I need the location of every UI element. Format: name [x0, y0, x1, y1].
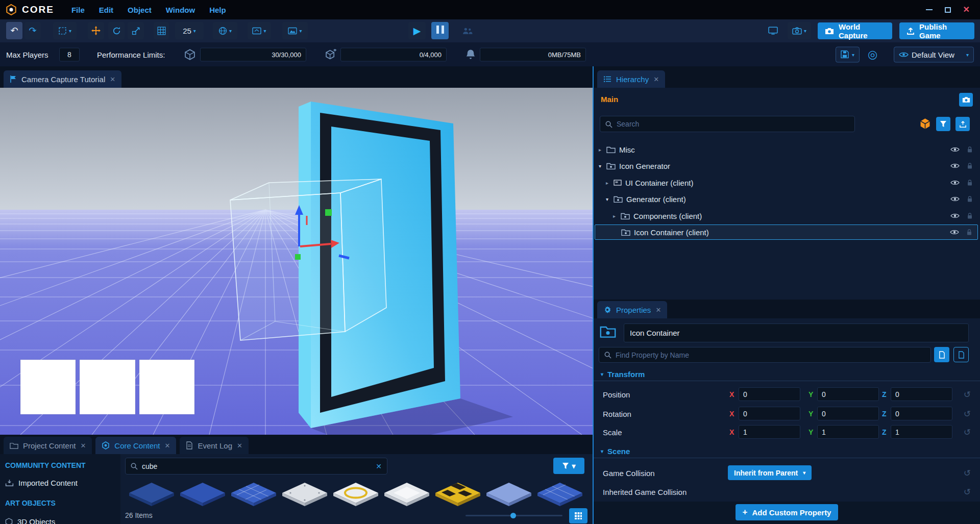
- default-view-dropdown[interactable]: Default View ▾: [894, 46, 974, 62]
- publish-game-button[interactable]: Publish Game: [899, 22, 974, 39]
- restore-button[interactable]: [945, 7, 951, 13]
- section-collapse-icon[interactable]: ▾: [601, 371, 603, 377]
- close-icon[interactable]: ✕: [110, 76, 115, 83]
- hierarchy-row-icon-generator[interactable]: ▾ Icon Generator: [595, 158, 978, 173]
- object-name-input[interactable]: [624, 323, 969, 342]
- visibility-eye-icon[interactable]: [950, 213, 960, 219]
- property-search[interactable]: [599, 347, 931, 363]
- scale-tool-button[interactable]: [128, 22, 144, 39]
- section-transform[interactable]: ▾ Transform: [594, 367, 980, 381]
- asset-thumbnail[interactable]: [434, 479, 481, 507]
- community-content-header[interactable]: COMMUNITY CONTENT: [5, 461, 86, 469]
- scale-y-input[interactable]: [817, 425, 879, 439]
- expand-collapsed-icon[interactable]: ▸: [599, 147, 606, 153]
- lock-icon[interactable]: [967, 212, 973, 219]
- selection-mode-dropdown[interactable]: ▾: [53, 22, 77, 39]
- tab-camera-capture-tutorial[interactable]: Camera Capture Tutorial ✕: [4, 70, 121, 88]
- hierarchy-row-components[interactable]: ▸ Components (client): [595, 208, 978, 223]
- asset-thumbnail[interactable]: [281, 479, 328, 507]
- expand-expanded-icon[interactable]: ▾: [606, 196, 614, 202]
- world-capture-button[interactable]: World Capture: [818, 22, 892, 39]
- lock-icon[interactable]: [966, 229, 972, 236]
- viewport-3d-scene[interactable]: [0, 88, 593, 435]
- asset-thumbnail[interactable]: [383, 479, 430, 507]
- add-custom-property-button[interactable]: + Add Custom Property: [736, 504, 839, 520]
- hierarchy-search[interactable]: [600, 116, 855, 132]
- asset-thumbnail[interactable]: [485, 479, 532, 507]
- menu-window[interactable]: Window: [159, 6, 202, 14]
- expand-collapsed-icon[interactable]: ▸: [613, 213, 621, 219]
- asset-thumbnail[interactable]: [332, 479, 379, 507]
- close-icon[interactable]: ✕: [655, 306, 661, 314]
- reset-icon[interactable]: ↺: [964, 468, 971, 479]
- visibility-eye-icon[interactable]: [950, 180, 960, 186]
- close-icon[interactable]: ✕: [165, 442, 170, 450]
- section-scene[interactable]: ▾ Scene: [594, 444, 980, 458]
- max-players-input[interactable]: [59, 47, 80, 61]
- scene-root-label[interactable]: Main: [601, 95, 618, 104]
- play-button[interactable]: ▶: [408, 22, 426, 39]
- menu-file[interactable]: File: [64, 6, 92, 14]
- thumbnail-size-slider[interactable]: [465, 515, 562, 516]
- move-tool-button[interactable]: [88, 22, 104, 39]
- snap-size-dropdown[interactable]: 25 ▾: [175, 22, 204, 39]
- multiplayer-preview-button[interactable]: [458, 22, 476, 39]
- position-x-input[interactable]: [739, 387, 800, 401]
- tab-properties[interactable]: Properties ✕: [597, 301, 667, 318]
- asset-thumbnail[interactable]: [179, 479, 226, 507]
- hierarchy-search-input[interactable]: [612, 120, 854, 128]
- hierarchy-row-generator[interactable]: ▾ Generator (client): [595, 191, 978, 207]
- reset-icon[interactable]: ↺: [964, 427, 971, 438]
- expand-expanded-icon[interactable]: ▾: [599, 163, 606, 169]
- menu-help[interactable]: Help: [202, 6, 233, 14]
- sidebar-item-3d-objects[interactable]: 3D Objects: [5, 517, 117, 524]
- lock-icon[interactable]: [967, 146, 973, 153]
- hierarchy-export-button[interactable]: [955, 117, 970, 131]
- terrain-dropdown[interactable]: ▾: [282, 22, 308, 39]
- asset-thumbnail[interactable]: [230, 479, 277, 507]
- visibility-eye-icon[interactable]: [950, 196, 960, 202]
- tab-core-content[interactable]: Core Content ✕: [95, 437, 176, 454]
- clear-search-icon[interactable]: ✕: [376, 462, 382, 470]
- reset-icon[interactable]: ↺: [964, 389, 971, 400]
- rotation-y-input[interactable]: [817, 407, 879, 420]
- content-search[interactable]: ✕: [125, 458, 387, 475]
- expand-collapsed-icon[interactable]: ▸: [606, 180, 614, 186]
- reset-icon[interactable]: ↺: [964, 487, 971, 497]
- preview-display-button[interactable]: [765, 22, 781, 39]
- content-filter-button[interactable]: ▾: [553, 458, 584, 474]
- hierarchy-row-misc[interactable]: ▸ Misc: [595, 142, 978, 157]
- hierarchy-row-ui-container[interactable]: ▸ UI Container (client): [595, 175, 978, 190]
- content-search-input[interactable]: [138, 462, 376, 470]
- visibility-eye-icon[interactable]: [950, 163, 960, 169]
- hierarchy-row-icon-container[interactable]: Icon Container (client): [595, 224, 978, 240]
- pause-button[interactable]: [431, 22, 449, 39]
- grid-snap-button[interactable]: [154, 22, 169, 39]
- grid-view-button[interactable]: [569, 508, 587, 523]
- menu-object[interactable]: Object: [120, 6, 159, 14]
- slider-handle[interactable]: [510, 513, 516, 518]
- section-collapse-icon[interactable]: ▾: [601, 448, 603, 454]
- game-collision-dropdown[interactable]: Inherit from Parent ▾: [728, 465, 812, 480]
- lock-icon[interactable]: [967, 162, 973, 169]
- visibility-eye-icon[interactable]: [950, 146, 960, 153]
- redo-button[interactable]: ↷: [24, 22, 41, 39]
- scale-x-input[interactable]: [739, 425, 800, 439]
- tab-hierarchy[interactable]: Hierarchy ✕: [597, 70, 665, 88]
- tab-project-content[interactable]: Project Content ✕: [4, 437, 92, 454]
- copy-properties-button[interactable]: [934, 347, 949, 362]
- rotate-tool-button[interactable]: [108, 22, 125, 39]
- capture-mode-dropdown[interactable]: ▾: [788, 22, 811, 39]
- save-dropdown-button[interactable]: ▾: [836, 46, 860, 62]
- art-objects-header[interactable]: ART OBJECTS: [5, 499, 56, 507]
- tab-event-log[interactable]: Event Log ✕: [180, 437, 248, 454]
- close-window-button[interactable]: ✕: [963, 6, 970, 14]
- lock-icon[interactable]: [967, 179, 973, 186]
- hierarchy-filter-button[interactable]: [936, 117, 950, 131]
- menu-edit[interactable]: Edit: [92, 6, 120, 14]
- asset-thumbnail[interactable]: [128, 479, 175, 507]
- close-icon[interactable]: ✕: [80, 442, 86, 450]
- paste-properties-button[interactable]: [953, 347, 969, 362]
- scene-capture-button[interactable]: [959, 93, 973, 107]
- minimize-button[interactable]: [926, 9, 933, 10]
